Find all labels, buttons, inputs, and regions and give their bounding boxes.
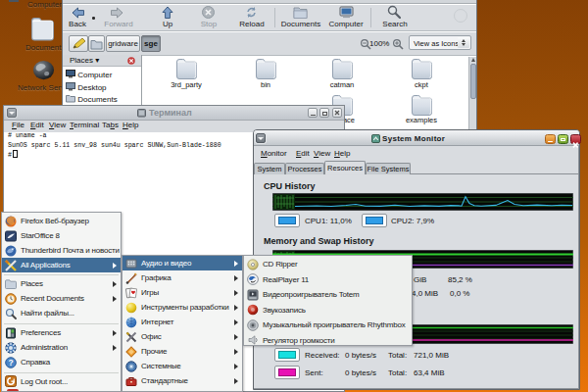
svg-text:?: ? <box>8 358 13 368</box>
